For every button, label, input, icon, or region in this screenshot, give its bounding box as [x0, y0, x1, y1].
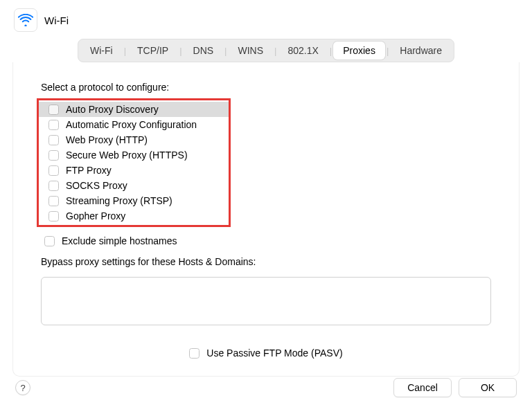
bypass-label: Bypass proxy settings for these Hosts & … — [41, 256, 491, 267]
tab-separator: | — [385, 46, 390, 56]
tab-802-1x[interactable]: 802.1X — [278, 42, 328, 60]
protocol-checkbox[interactable] — [48, 211, 59, 221]
tab-separator: | — [123, 46, 127, 56]
protocol-label: Web Proxy (HTTP) — [66, 134, 148, 145]
exclude-simple-hostnames-label: Exclude simple hostnames — [62, 235, 177, 246]
tab-separator: | — [178, 46, 183, 56]
protocol-row[interactable]: SOCKS Proxy — [39, 178, 229, 193]
protocol-label: Automatic Proxy Configuration — [66, 119, 197, 130]
protocol-label: Streaming Proxy (RTSP) — [66, 195, 172, 206]
protocol-row[interactable]: Secure Web Proxy (HTTPS) — [39, 147, 229, 163]
exclude-simple-hostnames-checkbox[interactable] — [44, 236, 55, 246]
protocol-row[interactable]: Web Proxy (HTTP) — [39, 132, 229, 147]
pasv-checkbox[interactable] — [189, 348, 200, 359]
window-header: Wi-Fi — [0, 0, 532, 35]
protocol-label: SOCKS Proxy — [66, 180, 127, 191]
help-button[interactable]: ? — [15, 380, 30, 395]
protocol-checkbox[interactable] — [48, 120, 59, 130]
tab-wins[interactable]: WINS — [229, 42, 274, 60]
dialog-footer: ? Cancel OK — [0, 378, 532, 397]
ok-button[interactable]: OK — [459, 378, 517, 397]
protocol-row[interactable]: Streaming Proxy (RTSP) — [39, 193, 229, 208]
tab-proxies[interactable]: Proxies — [333, 42, 385, 60]
page-title: Wi-Fi — [44, 15, 69, 26]
protocol-label: Auto Proxy Discovery — [66, 104, 159, 115]
tab-wi-fi[interactable]: Wi-Fi — [80, 42, 123, 60]
tab-hardware[interactable]: Hardware — [390, 42, 452, 60]
protocol-checkbox[interactable] — [48, 165, 59, 176]
protocol-label: Gopher Proxy — [66, 210, 125, 221]
protocol-label: FTP Proxy — [66, 165, 112, 176]
pasv-label: Use Passive FTP Mode (PASV) — [206, 347, 342, 359]
tab-separator: | — [273, 46, 278, 56]
tab-tcp-ip[interactable]: TCP/IP — [127, 42, 178, 60]
protocol-checkbox[interactable] — [48, 196, 59, 206]
protocol-row[interactable]: Gopher Proxy — [39, 208, 229, 224]
tab-dns[interactable]: DNS — [184, 42, 224, 60]
select-protocol-label: Select a protocol to configure: — [41, 82, 491, 93]
protocol-checkbox[interactable] — [48, 150, 59, 161]
tab-separator: | — [328, 46, 333, 56]
protocol-row[interactable]: Automatic Proxy Configuration — [39, 117, 229, 132]
cancel-button[interactable]: Cancel — [393, 378, 452, 397]
wifi-icon — [14, 8, 37, 32]
tab-separator: | — [223, 46, 228, 56]
protocol-checkbox[interactable] — [48, 135, 59, 145]
protocol-label: Secure Web Proxy (HTTPS) — [66, 150, 188, 161]
pasv-row[interactable]: Use Passive FTP Mode (PASV) — [41, 347, 491, 359]
tab-bar: Wi-Fi|TCP/IP|DNS|WINS|802.1X|Proxies|Har… — [0, 39, 532, 62]
protocol-checkbox[interactable] — [48, 105, 59, 115]
exclude-simple-hostnames-row[interactable]: Exclude simple hostnames — [44, 235, 491, 246]
protocol-checkbox[interactable] — [48, 181, 59, 191]
protocol-row[interactable]: FTP Proxy — [39, 163, 229, 178]
proxies-panel: Select a protocol to configure: Auto Pro… — [12, 62, 520, 377]
protocol-row[interactable]: Auto Proxy Discovery — [39, 102, 229, 117]
protocol-list-highlight: Auto Proxy DiscoveryAutomatic Proxy Conf… — [37, 98, 231, 227]
bypass-textarea[interactable] — [41, 277, 491, 325]
